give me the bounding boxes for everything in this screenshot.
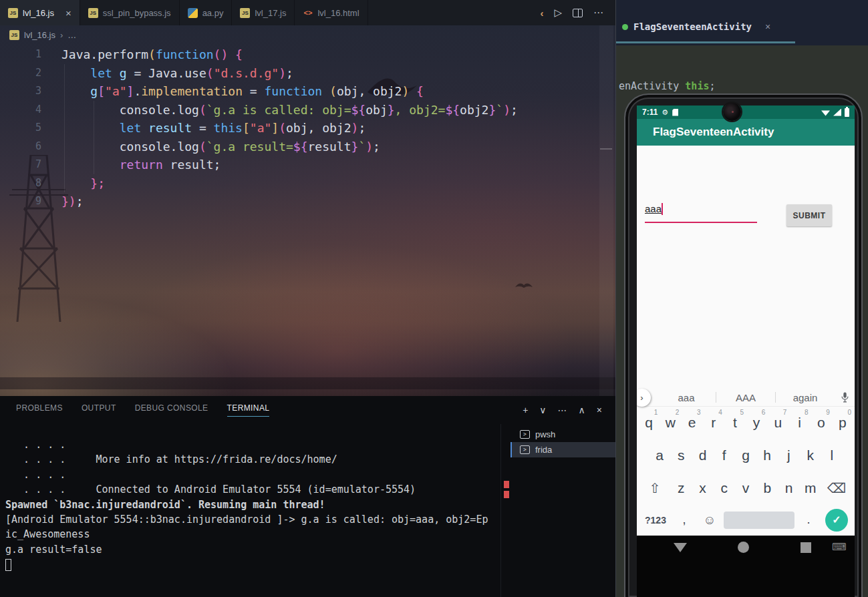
- decompiler-tab-close-icon[interactable]: ×: [765, 21, 770, 32]
- code-editor[interactable]: 123456789 Java.perform(function() { let …: [0, 25, 615, 396]
- token: [61, 66, 90, 80]
- navigate-back-icon[interactable]: ‹: [540, 7, 543, 19]
- key-v[interactable]: v: [735, 480, 756, 496]
- editor-tab-aa.py[interactable]: aa.py: [180, 0, 233, 25]
- terminal-profile-dropdown[interactable]: ∨: [539, 405, 546, 415]
- flag-input-field[interactable]: aaa: [645, 203, 757, 222]
- token: let: [120, 121, 148, 135]
- more-actions-icon[interactable]: ⋯: [593, 7, 603, 19]
- shift-key[interactable]: ⇧: [639, 480, 670, 496]
- terminal-cursor: [5, 559, 11, 571]
- submit-button[interactable]: SUBMIT: [786, 204, 832, 226]
- emoji-key[interactable]: ☺: [698, 513, 721, 528]
- key-h[interactable]: h: [756, 447, 778, 463]
- breadcrumb[interactable]: JS lvl_16.js › …: [0, 25, 615, 44]
- key-b[interactable]: b: [756, 480, 778, 496]
- symbols-key[interactable]: ?123: [641, 515, 670, 526]
- key-a[interactable]: a: [649, 447, 670, 463]
- key-k[interactable]: k: [800, 447, 821, 463]
- decompiler-tab[interactable]: FlagSeventeenActivity ×: [622, 21, 770, 32]
- panel-tab-problems[interactable]: PROBLEMS: [16, 403, 63, 417]
- tab-label: ssl_pin_bypass.js: [103, 8, 171, 18]
- html-file-icon: <>: [303, 8, 313, 18]
- run-file-icon[interactable]: ▷: [554, 7, 562, 19]
- editor-tab-lvl_16.html[interactable]: <>lvl_16.html: [295, 0, 368, 25]
- back-triangle-icon[interactable]: [674, 543, 687, 552]
- new-terminal-button[interactable]: +: [523, 405, 528, 415]
- key-i[interactable]: i8: [788, 415, 810, 431]
- key-e[interactable]: e3: [681, 415, 702, 431]
- close-panel-button[interactable]: ×: [597, 405, 602, 415]
- key-z[interactable]: z: [670, 480, 692, 496]
- key-f[interactable]: f: [714, 447, 735, 463]
- key-m[interactable]: m: [800, 480, 821, 496]
- key-p[interactable]: p0: [832, 415, 853, 431]
- line-number-6: 6: [0, 138, 41, 156]
- key-t[interactable]: t5: [724, 415, 746, 431]
- code-line-2: let g = Java.use("d.s.d.g");: [61, 64, 518, 83]
- key-c[interactable]: c: [714, 480, 735, 496]
- breadcrumb-more[interactable]: …: [67, 30, 76, 40]
- token: ;: [511, 103, 518, 117]
- class-icon: [622, 24, 628, 30]
- keyboard-row-1: q1w2e3r4t5y6u7i8o9p0: [637, 407, 855, 439]
- key-y[interactable]: y6: [746, 415, 767, 431]
- split-editor-icon[interactable]: [573, 9, 583, 17]
- token: ;: [76, 194, 84, 208]
- editor-scrollbar[interactable]: [599, 25, 613, 396]
- terminal-session-pwsh[interactable]: >pwsh: [511, 427, 615, 442]
- terminal-session-frida[interactable]: >frida: [511, 442, 615, 457]
- keyboard-switch-icon[interactable]: ⌨: [832, 541, 847, 553]
- key-o[interactable]: o9: [811, 415, 832, 431]
- panel-tab-terminal[interactable]: TERMINAL: [227, 403, 270, 417]
- token: result: [148, 121, 192, 135]
- line-number-2: 2: [0, 64, 41, 83]
- key-g[interactable]: g: [735, 447, 756, 463]
- suggestion-expand-icon[interactable]: ›: [637, 389, 651, 407]
- code-content[interactable]: Java.perform(function() { let g = Java.u…: [61, 45, 518, 211]
- key-n[interactable]: n: [778, 480, 799, 496]
- code-line-6: console.log(`g.a result=${result}`);: [61, 138, 518, 156]
- breadcrumb-separator: ›: [60, 30, 63, 40]
- editor-tab-lvl_16.js[interactable]: JSlvl_16.js×: [0, 0, 80, 25]
- token: `: [358, 140, 366, 154]
- suggestion-AAA[interactable]: AAA: [716, 392, 775, 403]
- token: ): [503, 103, 511, 117]
- js-file-icon: JS: [88, 8, 98, 18]
- decompiler-token: enActivity: [619, 80, 685, 92]
- home-circle-icon[interactable]: [738, 542, 749, 553]
- status-right-icons: [821, 108, 849, 117]
- terminal-scrollbar[interactable]: [504, 437, 509, 597]
- breadcrumb-file[interactable]: lvl_16.js: [24, 30, 55, 40]
- panel-more-actions[interactable]: ⋯: [558, 405, 567, 415]
- microphone-icon[interactable]: [835, 391, 855, 403]
- key-u[interactable]: u7: [767, 415, 788, 431]
- suggestion-again[interactable]: again: [776, 392, 835, 403]
- token: ${: [445, 103, 460, 117]
- editor-tab-ssl_pin_bypass.js[interactable]: JSssl_pin_bypass.js: [80, 0, 180, 25]
- recents-square-icon[interactable]: [801, 542, 811, 553]
- space-key[interactable]: [724, 512, 794, 529]
- key-s[interactable]: s: [670, 447, 692, 463]
- backspace-key[interactable]: ⌫: [821, 480, 852, 496]
- editor-tab-lvl_17.js[interactable]: JSlvl_17.js: [232, 0, 295, 25]
- key-l[interactable]: l: [821, 447, 843, 463]
- panel-sash[interactable]: [500, 424, 501, 597]
- suggestion-aaa[interactable]: aaa: [657, 392, 716, 403]
- tab-close-icon[interactable]: ×: [65, 8, 71, 18]
- terminal-output[interactable]: . . . . . . . . More info at https://fri…: [5, 437, 500, 597]
- token: ;: [373, 140, 380, 154]
- key-q[interactable]: q1: [638, 415, 660, 431]
- maximize-panel-button[interactable]: ∧: [579, 405, 585, 415]
- key-d[interactable]: d: [692, 447, 713, 463]
- key-x[interactable]: x: [692, 480, 713, 496]
- period-key[interactable]: .: [797, 513, 820, 527]
- token: function: [156, 47, 214, 61]
- enter-check-key[interactable]: ✓: [825, 509, 848, 532]
- panel-tab-debug-console[interactable]: DEBUG CONSOLE: [135, 403, 208, 417]
- panel-tab-output[interactable]: OUTPUT: [82, 403, 116, 417]
- key-r[interactable]: r4: [703, 415, 724, 431]
- key-j[interactable]: j: [778, 447, 799, 463]
- key-w[interactable]: w2: [660, 415, 681, 431]
- comma-key[interactable]: ,: [673, 513, 696, 527]
